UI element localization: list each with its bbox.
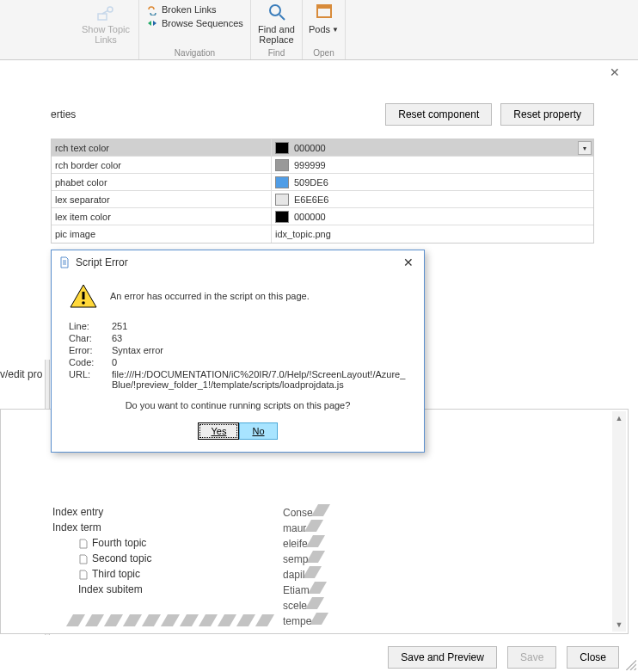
save-button[interactable]: Save bbox=[507, 646, 556, 669]
property-row[interactable]: pic imageidx_topic.png bbox=[52, 225, 593, 243]
code-label: Code: bbox=[69, 357, 112, 367]
browse-sequences-label: Browse Sequences bbox=[162, 18, 243, 28]
script-error-message: An error has occurred in the script on t… bbox=[110, 291, 310, 301]
resize-grip-icon[interactable] bbox=[624, 658, 636, 670]
chevron-down-icon[interactable]: ▾ bbox=[578, 141, 592, 155]
pods-label: Pods bbox=[309, 24, 330, 34]
url-value: file:///H:/DOCUMENTATION/iC%20IR/7.0/Hel… bbox=[112, 369, 407, 390]
property-value-text: 000000 bbox=[294, 212, 326, 222]
yes-button[interactable]: Yes bbox=[198, 422, 239, 440]
edit-pro-label: v/edit pro bbox=[0, 368, 42, 380]
browse-sequences-icon bbox=[146, 17, 158, 29]
script-error-close-button[interactable]: ✕ bbox=[400, 256, 417, 269]
error-value: Syntax error bbox=[112, 345, 407, 355]
ribbon: Show Topic Links Broken Links Browse Seq… bbox=[0, 0, 638, 60]
error-label: Error: bbox=[69, 345, 112, 355]
page-icon bbox=[78, 538, 89, 548]
property-label: phabet color bbox=[52, 177, 271, 188]
ribbon-group-navigation: Broken Links Browse Sequences Navigation bbox=[139, 0, 251, 59]
url-label: URL: bbox=[69, 369, 112, 390]
script-error-titlebar: Script Error ✕ bbox=[52, 250, 424, 274]
svg-point-1 bbox=[107, 7, 113, 12]
bottom-button-bar: Save and Preview Save Close bbox=[388, 646, 619, 669]
preview-word: Etiam bbox=[283, 582, 327, 597]
show-topic-links-label: Show Topic Links bbox=[80, 24, 132, 45]
scroll-up-icon[interactable]: ▲ bbox=[612, 411, 626, 425]
show-topic-links-button: Show Topic Links bbox=[80, 0, 132, 45]
script-error-dialog: Script Error ✕ An error has occurred in … bbox=[51, 250, 425, 453]
property-value[interactable]: 000000 bbox=[271, 208, 593, 225]
dialog-header-buttons: Reset component Reset property bbox=[385, 103, 594, 126]
svg-point-2 bbox=[270, 5, 280, 15]
fourth-topic-item[interactable]: Fourth topic bbox=[52, 535, 151, 551]
property-label: rch border color bbox=[52, 160, 271, 170]
index-term-item[interactable]: Index term bbox=[52, 520, 151, 535]
char-value: 63 bbox=[112, 333, 407, 343]
ribbon-navigation-label: Navigation bbox=[139, 48, 250, 58]
reset-property-button[interactable]: Reset property bbox=[500, 103, 594, 126]
erties-label: erties bbox=[51, 108, 76, 120]
index-subitem-item[interactable]: Index subitem bbox=[52, 582, 151, 597]
save-and-preview-button[interactable]: Save and Preview bbox=[388, 646, 497, 669]
property-row[interactable]: rch border color999999 bbox=[52, 157, 593, 174]
property-row[interactable]: lex separatorE6E6E6 bbox=[52, 191, 593, 208]
color-swatch bbox=[275, 211, 289, 223]
property-value[interactable]: idx_topic.png bbox=[271, 225, 593, 243]
code-value: 0 bbox=[112, 357, 407, 367]
third-topic-item[interactable]: Third topic bbox=[52, 566, 151, 582]
browse-sequences-button[interactable]: Browse Sequences bbox=[146, 16, 243, 30]
broken-links-button[interactable]: Broken Links bbox=[146, 3, 217, 16]
svg-point-6 bbox=[82, 301, 85, 305]
property-value-text: 999999 bbox=[294, 160, 326, 170]
svg-rect-0 bbox=[98, 14, 107, 20]
char-label: Char: bbox=[69, 333, 112, 343]
property-value-text: 509DE6 bbox=[294, 177, 328, 188]
no-button[interactable]: No bbox=[239, 422, 277, 440]
color-swatch bbox=[275, 142, 289, 154]
preview-pane: ConsemaureleifesempdapilEtiamsceletempe bbox=[283, 504, 327, 628]
property-label: rch text color bbox=[52, 143, 271, 153]
reset-component-button[interactable]: Reset component bbox=[385, 103, 492, 126]
property-value-text: idx_topic.png bbox=[275, 229, 331, 239]
broken-links-icon bbox=[146, 3, 158, 15]
color-swatch bbox=[275, 194, 289, 206]
script-error-body: An error has occurred in the script on t… bbox=[52, 274, 424, 452]
property-value-text: 000000 bbox=[294, 143, 326, 153]
property-row[interactable]: lex item color000000 bbox=[52, 208, 593, 225]
property-value[interactable]: E6E6E6 bbox=[271, 191, 593, 207]
property-label: pic image bbox=[52, 229, 271, 239]
pods-button[interactable]: Pods ▼ bbox=[309, 24, 339, 34]
dialog-header: erties Reset component Reset property bbox=[51, 60, 629, 130]
property-value[interactable]: 000000▾ bbox=[271, 139, 593, 156]
preview-word: maur bbox=[283, 520, 327, 535]
dialog-close-button[interactable]: ✕ bbox=[610, 65, 620, 79]
svg-rect-4 bbox=[317, 5, 331, 9]
property-row[interactable]: phabet color509DE6 bbox=[52, 174, 593, 191]
close-button[interactable]: Close bbox=[567, 646, 619, 669]
ribbon-open-label: Open bbox=[303, 48, 345, 58]
index-tree: Index entry Index term Fourth topic Seco… bbox=[52, 504, 151, 597]
preview-word: scele bbox=[283, 597, 327, 613]
index-entry-item[interactable]: Index entry bbox=[52, 504, 151, 520]
document-icon bbox=[58, 256, 71, 268]
property-row[interactable]: rch text color000000▾ bbox=[52, 139, 593, 157]
scrollbar-vertical[interactable]: ▲ ▼ bbox=[612, 411, 626, 632]
page-icon bbox=[78, 553, 89, 564]
script-error-question: Do you want to continue running scripts … bbox=[69, 400, 407, 410]
line-value: 251 bbox=[112, 321, 407, 331]
ribbon-group-find: Find and Replace Find bbox=[251, 0, 303, 59]
ribbon-find-label: Find bbox=[251, 48, 302, 58]
preview-word: tempe bbox=[283, 613, 327, 628]
second-topic-item[interactable]: Second topic bbox=[52, 551, 151, 566]
broken-links-label: Broken Links bbox=[162, 4, 217, 15]
topic-links-icon bbox=[95, 3, 116, 24]
smudge-row bbox=[70, 614, 271, 626]
scroll-down-icon[interactable]: ▼ bbox=[612, 618, 626, 632]
property-value[interactable]: 509DE6 bbox=[271, 174, 593, 190]
line-label: Line: bbox=[69, 321, 112, 331]
property-label: lex separator bbox=[52, 194, 271, 205]
script-error-buttons: Yes No bbox=[69, 422, 407, 440]
property-value[interactable]: 999999 bbox=[271, 157, 593, 173]
ribbon-group-open: Pods ▼ Open bbox=[303, 0, 346, 59]
find-replace-button[interactable]: Find and Replace bbox=[258, 24, 295, 45]
